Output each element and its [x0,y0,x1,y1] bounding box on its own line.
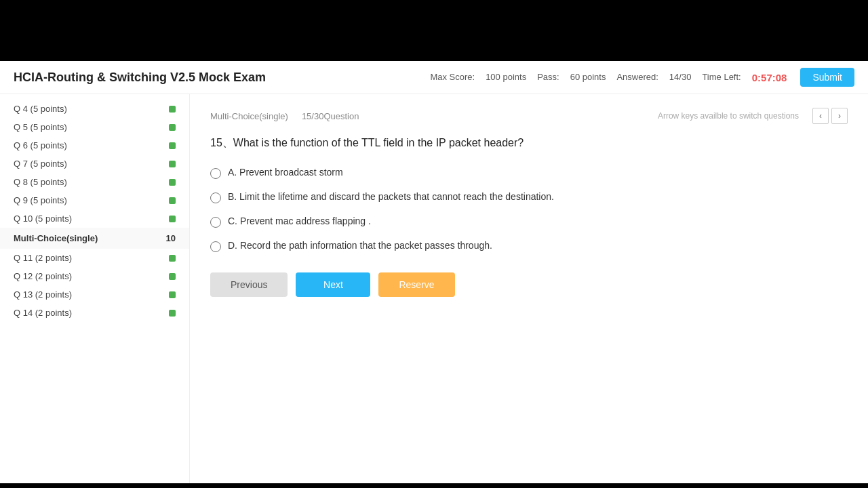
status-dot [169,142,176,149]
radio-a[interactable] [210,168,221,179]
sidebar-item-label: Q 10 (5 points) [14,214,72,224]
page-title: HCIA-Routing & Switching V2.5 Mock Exam [14,70,266,85]
sidebar-item-q10[interactable]: Q 10 (5 points) [0,209,189,228]
option-c-label: C. Prevent mac address flapping . [228,216,371,226]
sidebar-item-label: Q 5 (5 points) [14,122,67,132]
sidebar-item-label: Q 11 (2 points) [14,253,72,263]
sidebar-item-q8[interactable]: Q 8 (5 points) [0,173,189,191]
next-arrow-button[interactable]: › [831,108,848,124]
status-dot [169,255,176,262]
sidebar-item-q9[interactable]: Q 9 (5 points) [0,191,189,209]
options-group: A. Prevent broadcast storm B. Limit the … [210,167,848,252]
section-count: 10 [166,233,176,243]
status-dot [169,106,176,113]
status-dot [169,124,176,131]
question-meta: Multi-Choice(single) 15/30Question Arrow… [210,108,848,124]
section-label: Multi-Choice(single) [14,233,98,243]
radio-c[interactable] [210,217,221,228]
sidebar-item-q12[interactable]: Q 12 (2 points) [0,267,189,285]
question-text: 15、What is the function of the TTL field… [210,136,848,150]
status-dot [169,216,176,222]
radio-b[interactable] [210,192,221,203]
sidebar-item-q13[interactable]: Q 13 (2 points) [0,285,189,304]
sidebar-item-label: Q 6 (5 points) [14,140,67,150]
sidebar-item-label: Q 9 (5 points) [14,195,67,205]
option-a-label: A. Prevent broadcast storm [228,167,343,178]
status-dot [169,310,176,317]
option-b[interactable]: B. Limit the lifetime and discard the pa… [210,191,848,203]
prev-arrow-button[interactable]: ‹ [812,108,829,124]
sidebar-item-q5[interactable]: Q 5 (5 points) [0,118,189,136]
status-dot [169,179,176,186]
option-c[interactable]: C. Prevent mac address flapping . [210,216,848,228]
radio-d[interactable] [210,241,221,252]
status-dot [169,197,176,204]
sidebar-item-q4[interactable]: Q 4 (5 points) [0,100,189,118]
sidebar-item-label: Q 12 (2 points) [14,271,72,281]
next-button[interactable]: Next [296,272,370,297]
previous-button[interactable]: Previous [210,272,288,297]
sidebar-item-q11[interactable]: Q 11 (2 points) [0,249,189,267]
sidebar-item-label: Q 13 (2 points) [14,289,72,300]
sidebar-item-q7[interactable]: Q 7 (5 points) [0,155,189,173]
status-dot [169,273,176,280]
option-d[interactable]: D. Record the path information that the … [210,240,848,252]
answered-label: Answered: [616,72,658,83]
pass-label: Pass: [537,72,559,83]
max-score-label: Max Score: [430,72,475,83]
question-progress: 15/30Question [302,111,359,121]
option-d-label: D. Record the path information that the … [228,240,492,251]
pass-value: 60 points [570,72,606,83]
sidebar-item-label: Q 4 (5 points) [14,104,67,114]
time-left-label: Time Left: [702,72,741,83]
option-a[interactable]: A. Prevent broadcast storm [210,167,848,179]
question-type: Multi-Choice(single) [210,111,288,121]
submit-button[interactable]: Submit [800,68,854,87]
sidebar-section-header: Multi-Choice(single) 10 [0,228,189,249]
answered-value: 14/30 [669,72,692,83]
question-sidebar: Q 4 (5 points) Q 5 (5 points) Q 6 (5 poi… [0,94,190,483]
sidebar-item-label: Q 14 (2 points) [14,308,72,318]
max-score-value: 100 points [486,72,526,83]
sidebar-item-label: Q 8 (5 points) [14,177,67,187]
navigation-buttons: Previous Next Reserve [210,272,848,297]
sidebar-item-q14[interactable]: Q 14 (2 points) [0,304,189,322]
nav-arrows: ‹ › [812,108,848,124]
status-dot [169,291,176,298]
reserve-button[interactable]: Reserve [378,272,454,297]
option-b-label: B. Limit the lifetime and discard the pa… [228,191,554,202]
keyboard-hint: Arrow keys availble to switch questions [658,111,799,121]
question-content: Multi-Choice(single) 15/30Question Arrow… [190,94,868,483]
sidebar-item-q6[interactable]: Q 6 (5 points) [0,136,189,155]
time-left-value: 0:57:08 [752,72,787,83]
status-dot [169,161,176,167]
sidebar-item-label: Q 7 (5 points) [14,159,67,169]
